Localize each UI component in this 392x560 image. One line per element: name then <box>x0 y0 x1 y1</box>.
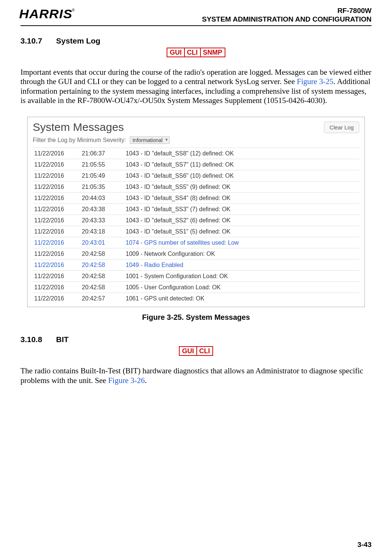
severity-select[interactable]: Informational <box>130 136 170 144</box>
table-row: 11/22/201620:43:331043 - ID "default_SS2… <box>33 215 359 226</box>
log-time: 21:05:49 <box>80 170 124 181</box>
log-date: 11/22/2016 <box>33 271 80 282</box>
log-time: 20:42:58 <box>80 248 124 260</box>
log-time: 20:43:33 <box>80 215 124 226</box>
log-date: 11/22/2016 <box>33 226 80 237</box>
log-message: 1043 - ID "default_SS7" (11) defined: OK <box>124 159 359 170</box>
log-time: 20:42:58 <box>80 282 124 293</box>
section2-paragraph: The radio contains Built-In-Test (BIT) h… <box>20 366 372 385</box>
panel-title: System Messages <box>33 121 124 133</box>
logo: HARRIS ® <box>20 7 74 21</box>
interface-tags: GUI CLI SNMP <box>167 48 225 57</box>
log-message: 1009 - Network Configuration: OK <box>124 248 359 260</box>
filter-row: Filter the Log by Minimum Severity: Info… <box>33 136 359 144</box>
log-message: 1043 - ID "default_SS5" (9) defined: OK <box>124 181 359 193</box>
log-date: 11/22/2016 <box>33 181 80 193</box>
table-row: 11/22/201620:42:581005 - User Configurat… <box>33 282 359 293</box>
log-time: 20:42:58 <box>80 260 124 271</box>
log-date: 11/22/2016 <box>33 204 80 215</box>
table-row: 11/22/201621:06:371043 - ID "default_SS8… <box>33 148 359 159</box>
section1-paragraph: Important events that occur during the c… <box>20 68 372 106</box>
page-header: HARRIS ® RF-7800W SYSTEM ADMINISTRATION … <box>20 7 372 26</box>
log-time: 20:43:38 <box>80 204 124 215</box>
log-time: 20:42:57 <box>80 293 124 304</box>
table-row: 11/22/201620:44:031043 - ID "default_SS4… <box>33 193 359 204</box>
log-message: 1001 - System Configuration Load: OK <box>124 271 359 282</box>
log-message: 1043 - ID "default_SS6" (10) defined: OK <box>124 170 359 181</box>
figure-link[interactable]: Figure 3-26 <box>108 376 145 385</box>
registered-mark: ® <box>72 8 74 12</box>
log-table: 11/22/201621:06:371043 - ID "default_SS8… <box>33 148 359 304</box>
table-row: 11/22/201620:43:381043 - ID "default_SS3… <box>33 204 359 215</box>
log-message: 1043 - ID "default_SS2" (6) defined: OK <box>124 215 359 226</box>
log-time: 20:44:03 <box>80 193 124 204</box>
page-number: 3-43 <box>357 541 372 549</box>
interface-tags-row: GUI CLI SNMP <box>20 48 372 58</box>
table-row: 11/22/201621:05:491043 - ID "default_SS6… <box>33 170 359 181</box>
para-text-pre: The radio contains Built-In-Test (BIT) h… <box>20 366 363 385</box>
log-time: 20:43:18 <box>80 226 124 237</box>
table-row: 11/22/201620:43:011074 - GPS number of s… <box>33 237 359 248</box>
log-date: 11/22/2016 <box>33 148 80 159</box>
tag-gui: GUI <box>167 48 184 57</box>
para-text-post: . <box>145 376 147 385</box>
log-time: 20:43:01 <box>80 237 124 248</box>
section-heading-bit: 3.10.8 BIT <box>20 335 372 344</box>
log-message: 1049 - Radio Enabled <box>124 260 359 271</box>
log-message: 1074 - GPS number of satellites used: Lo… <box>124 237 359 248</box>
logo-text: HARRIS <box>19 7 73 21</box>
log-date: 11/22/2016 <box>33 237 80 248</box>
log-date: 11/22/2016 <box>33 293 80 304</box>
tag-gui: GUI <box>179 347 196 355</box>
tag-snmp: SNMP <box>200 48 225 57</box>
log-date: 11/22/2016 <box>33 260 80 271</box>
log-message: 1061 - GPS unit detected: OK <box>124 293 359 304</box>
table-row: 11/22/201620:42:581009 - Network Configu… <box>33 248 359 260</box>
log-date: 11/22/2016 <box>33 248 80 260</box>
table-row: 11/22/201620:42:571061 - GPS unit detect… <box>33 293 359 304</box>
table-row: 11/22/201621:05:551043 - ID "default_SS7… <box>33 159 359 170</box>
tag-cli: CLI <box>197 347 213 355</box>
filter-label: Filter the Log by Minimum Severity: <box>33 137 126 143</box>
log-message: 1043 - ID "default_SS4" (8) defined: OK <box>124 193 359 204</box>
doc-title: SYSTEM ADMINISTRATION AND CONFIGURATION <box>202 15 372 24</box>
table-row: 11/22/201621:05:351043 - ID "default_SS5… <box>33 181 359 193</box>
log-date: 11/22/2016 <box>33 159 80 170</box>
figure-system-messages: System Messages Clear Log Filter the Log… <box>27 117 365 307</box>
tag-cli: CLI <box>184 48 200 57</box>
log-time: 20:42:58 <box>80 271 124 282</box>
table-row: 11/22/201620:43:181043 - ID "default_SS1… <box>33 226 359 237</box>
table-row: 11/22/201620:42:581049 - Radio Enabled <box>33 260 359 271</box>
log-message: 1005 - User Configuration Load: OK <box>124 282 359 293</box>
section-title: BIT <box>56 335 69 344</box>
log-message: 1043 - ID "default_SS1" (5) defined: OK <box>124 226 359 237</box>
figure-link[interactable]: Figure 3-25 <box>297 77 334 86</box>
interface-tags: GUI CLI <box>179 346 213 356</box>
log-date: 11/22/2016 <box>33 215 80 226</box>
doc-model: RF-7800W <box>202 7 372 15</box>
table-row: 11/22/201620:42:581001 - System Configur… <box>33 271 359 282</box>
section-title: System Log <box>56 36 100 45</box>
section-heading-system-log: 3.10.7 System Log <box>20 36 372 45</box>
log-time: 21:06:37 <box>80 148 124 159</box>
log-message: 1043 - ID "default_SS8" (12) defined: OK <box>124 148 359 159</box>
section-number: 3.10.8 <box>20 335 54 344</box>
log-date: 11/22/2016 <box>33 170 80 181</box>
log-message: 1043 - ID "default_SS3" (7) defined: OK <box>124 204 359 215</box>
log-time: 21:05:55 <box>80 159 124 170</box>
clear-log-button[interactable]: Clear Log <box>324 122 359 133</box>
interface-tags-row-2: GUI CLI <box>20 346 372 357</box>
log-date: 11/22/2016 <box>33 282 80 293</box>
log-date: 11/22/2016 <box>33 193 80 204</box>
doc-title-block: RF-7800W SYSTEM ADMINISTRATION AND CONFI… <box>202 7 372 24</box>
log-time: 21:05:35 <box>80 181 124 193</box>
figure-caption: Figure 3-25. System Messages <box>20 313 372 322</box>
section-number: 3.10.7 <box>20 36 54 45</box>
